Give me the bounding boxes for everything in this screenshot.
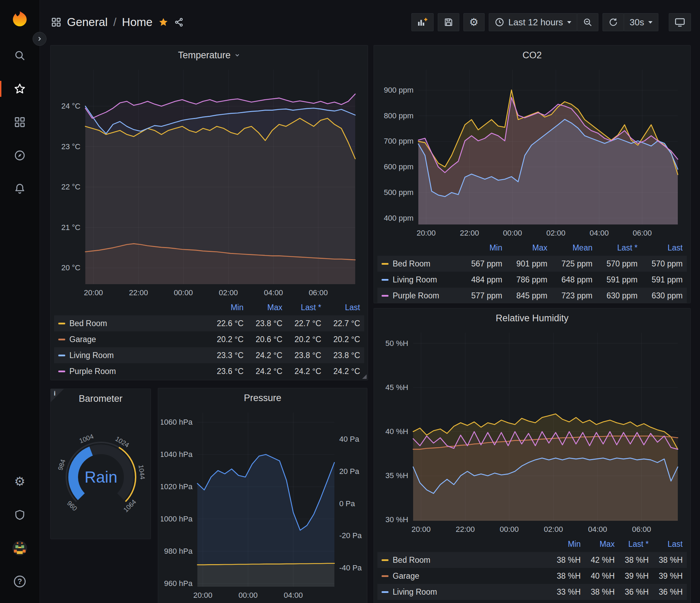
sidebar-item-server-admin[interactable] bbox=[0, 498, 40, 532]
legend-series-toggle[interactable]: Bed Room bbox=[382, 259, 430, 269]
sidebar-avatar[interactable] bbox=[0, 532, 40, 565]
legend-row: Purple Room577 ppm845 ppm723 ppm630 ppm6… bbox=[377, 288, 687, 303]
cycle-view-button[interactable] bbox=[669, 13, 691, 31]
legend-value: 23.8 °C bbox=[321, 351, 360, 360]
sidebar-item-configuration[interactable]: ⚙ bbox=[0, 465, 40, 498]
legend-series-toggle[interactable]: Garage bbox=[382, 571, 419, 581]
legend-column-last[interactable]: Last * bbox=[592, 243, 638, 253]
legend-series-toggle[interactable]: Bed Room bbox=[382, 555, 430, 565]
panel-header-co2[interactable]: CO2 bbox=[374, 45, 690, 65]
panel-pressure: Pressure 20:0000:0004:00960 hPa980 hPa10… bbox=[158, 388, 367, 603]
dashboards-icon bbox=[14, 116, 26, 128]
svg-text:35 %H: 35 %H bbox=[385, 471, 408, 480]
sidebar-item-search[interactable] bbox=[0, 39, 40, 72]
sidebar-expand-button[interactable] bbox=[33, 32, 46, 46]
svg-text:04:00: 04:00 bbox=[264, 288, 283, 297]
sidebar-item-alerting[interactable] bbox=[0, 172, 40, 205]
save-dashboard-button[interactable] bbox=[438, 13, 459, 31]
refresh-interval-picker[interactable]: 30s bbox=[624, 13, 658, 31]
refresh-interval-label: 30s bbox=[630, 17, 644, 28]
share-icon[interactable] bbox=[174, 17, 184, 27]
legend-value: 23.8 °C bbox=[244, 319, 282, 328]
favorite-star-icon[interactable] bbox=[158, 17, 169, 27]
panel-header-pressure[interactable]: Pressure bbox=[158, 388, 367, 408]
legend-column-max[interactable]: Max bbox=[244, 303, 282, 312]
panel-header-humidity[interactable]: Relative Humidity bbox=[374, 308, 690, 328]
legend-column-last[interactable]: Last bbox=[321, 303, 360, 312]
grafana-flame-icon bbox=[10, 10, 29, 29]
time-range-picker[interactable]: Last 12 hours bbox=[489, 13, 578, 31]
sidebar-item-dashboards[interactable] bbox=[0, 105, 40, 139]
svg-text:50 %H: 50 %H bbox=[385, 339, 408, 348]
avatar bbox=[12, 541, 27, 555]
legend-column-min[interactable]: Min bbox=[205, 303, 244, 312]
legend-series-toggle[interactable]: Living Room bbox=[382, 275, 437, 284]
legend-series-toggle[interactable]: Bed Room bbox=[58, 319, 107, 328]
legend-column-last[interactable]: Last * bbox=[282, 303, 321, 312]
grafana-logo[interactable] bbox=[0, 0, 40, 39]
alerting-bell-icon bbox=[14, 183, 26, 195]
svg-text:04:00: 04:00 bbox=[588, 525, 607, 534]
legend-column-min[interactable]: Min bbox=[547, 540, 581, 549]
refresh-button[interactable] bbox=[603, 13, 624, 31]
series-name: Garage bbox=[69, 335, 96, 344]
series-name: Purple Room bbox=[393, 291, 439, 300]
add-panel-button[interactable] bbox=[411, 13, 434, 31]
apps-grid-icon[interactable] bbox=[51, 17, 61, 27]
breadcrumb-page[interactable]: Home bbox=[122, 16, 153, 29]
legend-series-toggle[interactable]: Living Room bbox=[382, 587, 437, 597]
barometer-gauge[interactable]: 9609841004102410441064Rain bbox=[53, 408, 148, 535]
legend-column-last[interactable]: Last bbox=[638, 243, 683, 253]
series-name: Living Room bbox=[69, 351, 114, 360]
svg-text:900 ppm: 900 ppm bbox=[384, 86, 413, 94]
panel-barometer: i Barometer 9609841004102410441064Rain bbox=[50, 389, 151, 539]
legend-column-max[interactable]: Max bbox=[581, 540, 615, 549]
svg-text:960 hPa: 960 hPa bbox=[164, 579, 193, 588]
svg-text:20:00: 20:00 bbox=[411, 525, 430, 534]
tv-monitor-icon bbox=[675, 17, 685, 27]
sidebar-item-starred[interactable] bbox=[0, 72, 40, 105]
co2-chart[interactable]: 20:0022:0000:0002:0004:0006:00400 ppm500… bbox=[377, 65, 688, 240]
legend-series-toggle[interactable]: Purple Room bbox=[58, 367, 116, 376]
panel-header-barometer[interactable]: Barometer bbox=[51, 389, 151, 408]
legend-column-last[interactable]: Last bbox=[649, 540, 683, 549]
breadcrumb-separator: / bbox=[113, 16, 116, 29]
legend-header: MinMaxMeanLast *Last bbox=[377, 240, 687, 256]
sidebar-item-explore[interactable] bbox=[0, 139, 40, 172]
svg-text:40 Pa: 40 Pa bbox=[339, 435, 359, 443]
legend-value: 20.6 °C bbox=[244, 335, 282, 344]
panel-resize-handle[interactable] bbox=[362, 374, 367, 379]
series-name: Bed Room bbox=[69, 319, 107, 328]
sidebar-item-help[interactable]: ? bbox=[0, 565, 40, 598]
panel-header-temperature[interactable]: Temperature bbox=[51, 45, 368, 65]
svg-text:00:00: 00:00 bbox=[500, 525, 519, 534]
legend-column-last[interactable]: Last * bbox=[615, 540, 649, 549]
legend-column-max[interactable]: Max bbox=[502, 243, 547, 253]
legend-series-toggle[interactable]: Garage bbox=[58, 335, 96, 344]
legend-header: MinMaxLast *Last bbox=[54, 299, 364, 315]
time-controls: Last 12 hours bbox=[489, 13, 599, 31]
dashboard-grid: Temperature 20:0022:0000:0002:0004:0006:… bbox=[40, 44, 700, 603]
dashboard-settings-button[interactable]: ⚙ bbox=[463, 13, 485, 31]
svg-text:04:00: 04:00 bbox=[284, 591, 303, 600]
legend-series-toggle[interactable]: Living Room bbox=[58, 351, 114, 360]
legend-value: 630 ppm bbox=[638, 291, 683, 300]
legend-value: 577 ppm bbox=[457, 291, 502, 300]
temperature-chart[interactable]: 20:0022:0000:0002:0004:0006:0020 °C21 °C… bbox=[53, 65, 366, 299]
panel-info-corner[interactable]: i bbox=[51, 389, 64, 402]
legend-value: 39 %H bbox=[649, 571, 683, 581]
legend-value: 40 %H bbox=[581, 571, 615, 581]
svg-text:20 °C: 20 °C bbox=[61, 263, 80, 272]
sidebar: ⚙ ? bbox=[0, 0, 40, 603]
legend-series-toggle[interactable]: Purple Room bbox=[382, 291, 439, 300]
legend-value: 36 %H bbox=[649, 587, 683, 597]
pressure-chart[interactable]: 20:0000:0004:00960 hPa980 hPa1000 hPa102… bbox=[161, 408, 365, 602]
legend-value: 567 ppm bbox=[457, 259, 502, 269]
zoom-out-button[interactable] bbox=[577, 13, 598, 31]
breadcrumb-section[interactable]: General bbox=[67, 16, 108, 29]
legend-column-mean[interactable]: Mean bbox=[547, 243, 592, 253]
legend-column-min[interactable]: Min bbox=[457, 243, 502, 253]
svg-text:00:00: 00:00 bbox=[503, 229, 522, 237]
legend-row: Garage38 %H40 %H39 %H39 %H bbox=[377, 568, 687, 584]
humidity-chart[interactable]: 20:0022:0000:0002:0004:0006:0030 %H35 %H… bbox=[377, 328, 688, 536]
